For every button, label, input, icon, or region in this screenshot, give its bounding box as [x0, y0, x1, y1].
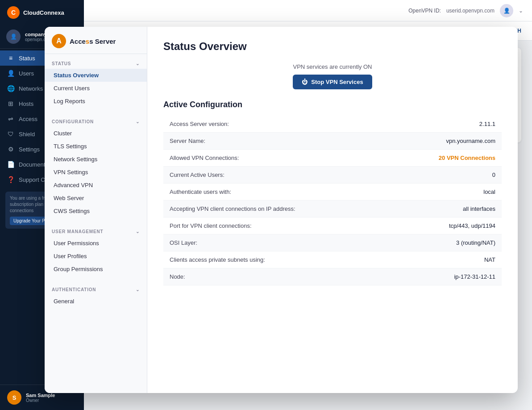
config-value-auth: local	[332, 184, 502, 200]
config-value-osi: 3 (routing/NAT)	[332, 234, 502, 251]
settings-icon: ⚙	[7, 146, 14, 153]
networks-icon: 🌐	[7, 85, 14, 92]
as-config-header-label: CONFIGURATION	[52, 119, 94, 124]
as-nav-log-reports[interactable]: Log Reports	[45, 95, 147, 108]
as-nav-network-settings[interactable]: Network Settings	[45, 153, 147, 166]
config-value-vpn-connections: 20 VPN Connections	[332, 150, 502, 166]
config-row-node: Node: ip-172-31-12-11	[163, 268, 502, 285]
as-auth-header[interactable]: AUTHENTICATION ⌄	[45, 284, 147, 295]
as-nav-web-server[interactable]: Web Server	[45, 192, 147, 205]
as-auth-chevron-icon: ⌄	[136, 287, 140, 292]
config-table: Access Server version: 2.11.1 Server Nam…	[163, 116, 502, 285]
as-user-mgmt-header[interactable]: USER MANAGEMENT ⌄	[45, 226, 147, 237]
as-user-mgmt-label: USER MANAGEMENT	[52, 229, 103, 234]
as-nav-status-overview[interactable]: Status Overview	[45, 69, 147, 82]
cc-logo-text: CloudConnexa	[23, 9, 64, 16]
users-icon: 👤	[7, 70, 14, 77]
as-nav-vpn-settings[interactable]: VPN Settings	[45, 166, 147, 179]
documentation-icon: 📄	[7, 161, 14, 168]
config-row-subnets: Clients access private subnets using: NA…	[163, 251, 502, 268]
as-nav-user-profiles[interactable]: User Profiles	[45, 250, 147, 263]
config-label-subnets: Clients access private subnets using:	[163, 251, 332, 268]
config-label-active-users: Current Active Users:	[163, 167, 332, 183]
user-role: Owner	[26, 398, 55, 403]
as-status-overview-label: Status Overview	[54, 72, 99, 79]
vpn-status-banner: VPN services are currently ON ⏻ Stop VPN…	[163, 63, 502, 89]
as-config-section-header[interactable]: CONFIGURATION ⌄	[45, 117, 147, 127]
as-nav-user-permissions[interactable]: User Permissions	[45, 237, 147, 250]
openvpn-id-label: OpenVPN ID:	[408, 8, 441, 14]
as-nav-tls-settings[interactable]: TLS Settings	[45, 140, 147, 153]
as-status-section: STATUS ⌄ Status Overview Current Users L…	[45, 54, 147, 112]
config-value-server-name: vpn.yourname.com	[332, 133, 502, 149]
as-nav-group-permissions[interactable]: Group Permissions	[45, 263, 147, 276]
access-server-modal: A Access Server STATUS ⌄ Status Overview…	[45, 27, 518, 393]
config-label-auth: Authenticate users with:	[163, 184, 332, 200]
shield-icon: 🛡	[7, 130, 14, 138]
stop-vpn-button[interactable]: ⏻ Stop VPN Services	[293, 75, 372, 89]
as-user-mgmt-section: USER MANAGEMENT ⌄ User Permissions User …	[45, 222, 147, 280]
config-label-ip: Accepting VPN client connections on IP a…	[163, 201, 332, 217]
as-status-chevron-icon: ⌄	[136, 61, 140, 66]
status-icon: ≡	[7, 54, 14, 62]
config-row-auth: Authenticate users with: local	[163, 184, 502, 201]
config-row-active-users: Current Active Users: 0	[163, 167, 502, 184]
as-nav-cluster[interactable]: Cluster	[45, 127, 147, 140]
as-user-mgmt-chevron-icon: ⌄	[136, 229, 140, 234]
config-label-node: Node:	[163, 268, 332, 285]
hosts-icon: ⊞	[7, 100, 14, 107]
as-nav-advanced-vpn[interactable]: Advanced VPN	[45, 179, 147, 192]
config-value-ip: all interfaces	[332, 201, 502, 217]
config-label-version: Access Server version:	[163, 116, 332, 132]
sidebar-label-users: Users	[19, 70, 34, 77]
as-status-section-header[interactable]: STATUS ⌄	[45, 59, 147, 69]
as-nav-current-users[interactable]: Current Users	[45, 82, 147, 95]
sidebar-label-networks: Networks	[19, 85, 43, 92]
config-row-osi: OSI Layer: 3 (routing/NAT)	[163, 234, 502, 251]
config-row-port: Port for VPN client connections: tcp/443…	[163, 218, 502, 234]
avatar: 👤	[6, 29, 21, 44]
config-label-vpn-connections: Allowed VPN Connections:	[163, 150, 332, 166]
as-config-chevron-icon: ⌄	[136, 119, 140, 124]
power-icon: ⏻	[302, 79, 308, 85]
sidebar-label-shield: Shield	[19, 131, 35, 138]
sidebar-label-settings: Settings	[19, 146, 40, 153]
config-value-port: tcp/443, udp/1194	[332, 218, 502, 234]
active-config-title: Active Configuration	[163, 100, 502, 109]
as-nav-general[interactable]: General	[45, 295, 147, 308]
cc-logo: C CloudConnexa	[0, 0, 84, 25]
as-sidebar: A Access Server STATUS ⌄ Status Overview…	[45, 27, 147, 393]
cc-logo-icon: C	[7, 6, 20, 19]
topbar-chevron-icon: ⌄	[519, 8, 523, 14]
topbar: OpenVPN ID: userid.openvpn.com 👤 ⌄	[84, 0, 532, 21]
as-status-header-label: STATUS	[52, 61, 71, 66]
as-page-title: Status Overview	[163, 40, 502, 53]
sidebar-label-status: Status	[19, 55, 35, 62]
user-avatar: S	[7, 390, 21, 405]
as-auth-section: AUTHENTICATION ⌄ General	[45, 280, 147, 312]
config-value-node: ip-172-31-12-11	[332, 268, 502, 285]
as-current-users-label: Current Users	[54, 85, 90, 92]
config-row-version: Access Server version: 2.11.1	[163, 116, 502, 133]
sidebar-label-hosts: Hosts	[19, 100, 33, 107]
access-icon: ⇌	[7, 115, 14, 122]
as-nav-cws-settings[interactable]: CWS Settings	[45, 205, 147, 218]
config-label-osi: OSI Layer:	[163, 234, 332, 251]
config-value-version: 2.11.1	[332, 116, 502, 132]
config-row-server-name: Server Name: vpn.yourname.com	[163, 133, 502, 150]
as-logo: A Access Server	[45, 27, 147, 54]
support-icon: ❓	[7, 176, 14, 183]
config-value-active-users: 0	[332, 167, 502, 183]
as-logo-text: Access Server	[70, 38, 116, 45]
as-main-content: Status Overview VPN services are current…	[147, 27, 518, 393]
as-log-reports-label: Log Reports	[54, 98, 85, 105]
as-auth-label: AUTHENTICATION	[52, 287, 96, 292]
topbar-avatar[interactable]: 👤	[500, 4, 513, 17]
config-row-ip: Accepting VPN client connections on IP a…	[163, 201, 502, 218]
as-config-section: CONFIGURATION ⌄ Cluster TLS Settings Net…	[45, 112, 147, 222]
config-label-server-name: Server Name:	[163, 133, 332, 149]
openvpn-id-value: userid.openvpn.com	[446, 8, 495, 14]
config-label-port: Port for VPN client connections:	[163, 218, 332, 234]
config-row-vpn-connections: Allowed VPN Connections: 20 VPN Connecti…	[163, 150, 502, 167]
config-value-subnets: NAT	[332, 251, 502, 268]
